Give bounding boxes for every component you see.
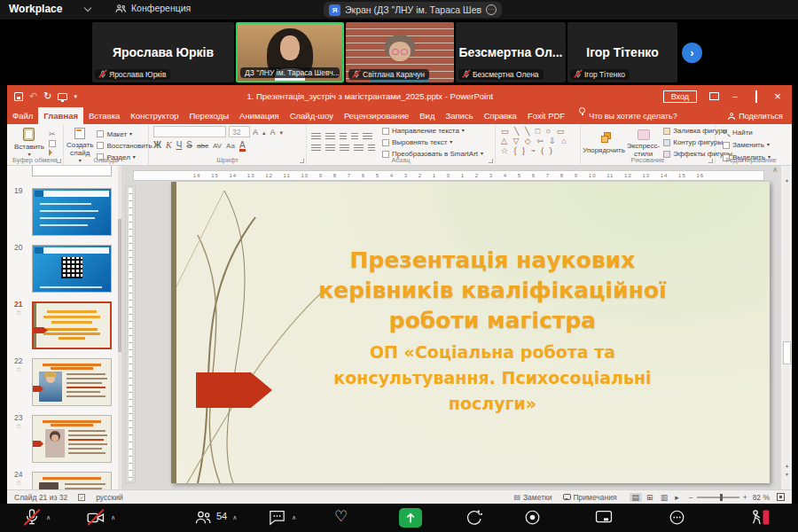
record-button[interactable] xyxy=(523,508,542,527)
video-tile-yaroslava[interactable]: Ярослава Юрків Ярослава Юрків xyxy=(92,22,234,82)
zoom-slider-thumb[interactable] xyxy=(720,494,723,501)
increase-indent-icon[interactable] xyxy=(351,133,358,141)
share-button[interactable]: Поделиться xyxy=(728,107,792,124)
text-direction-button[interactable]: Направление текста▾ xyxy=(382,126,483,136)
dialog-launcher-icon[interactable] xyxy=(300,159,304,163)
zoom-in-button[interactable]: + xyxy=(743,493,747,502)
restore-button[interactable] xyxy=(746,91,767,102)
tab-screen-share[interactable]: Я Экран (ДЗ "ЛНУ ім. Тараса Шев ⋯ xyxy=(324,2,502,18)
align-right-icon[interactable] xyxy=(340,145,349,153)
tab-slideshow[interactable]: Слайд-шоу xyxy=(285,107,339,124)
participants-button[interactable]: 54 ∧ xyxy=(193,508,237,528)
line-spacing-icon[interactable] xyxy=(363,133,372,141)
justify-icon[interactable] xyxy=(354,145,364,153)
slide-subtitle-line[interactable]: послуги» xyxy=(242,391,743,417)
workspace-label[interactable]: Workplace xyxy=(9,3,62,15)
tab-conference[interactable]: Конференция xyxy=(115,3,191,13)
shapes-gallery[interactable]: ▭ ╲ ╲ □ ○ ▭ △ ▽ ◇ ⇦ ⇩ ⌂ ☆ { } ~ ( ) xyxy=(496,124,581,165)
reactions-button[interactable]: ♡ xyxy=(334,508,348,526)
video-tile-ihor[interactable]: Ігор Тітенко Ігор Тітенко xyxy=(567,22,677,82)
arrange-button[interactable]: Упорядочить xyxy=(584,130,623,154)
slide-title-line[interactable]: Презентація наукових xyxy=(242,246,743,276)
save-icon[interactable] xyxy=(14,92,23,101)
slide-canvas[interactable]: Презентація наукових керівників кваліфік… xyxy=(171,182,770,483)
grow-font-button[interactable]: А xyxy=(253,128,258,137)
thumbnail-slide-22[interactable] xyxy=(32,358,112,406)
thumbnail-slide-19[interactable] xyxy=(32,188,112,236)
italic-button[interactable]: К xyxy=(166,140,172,150)
dialog-launcher-icon[interactable] xyxy=(708,159,713,163)
tab-design[interactable]: Конструктор xyxy=(125,107,184,124)
slide-text-block[interactable]: Презентація наукових керівників кваліфік… xyxy=(242,246,743,417)
cut-icon[interactable]: ✂ xyxy=(49,129,56,138)
slideshow-view-button[interactable]: ▸ xyxy=(672,493,682,502)
video-tile-bezsmertna[interactable]: Безсмертна Ол... Безсмертна Олена xyxy=(456,22,566,82)
more-button[interactable] xyxy=(668,508,686,527)
bold-button[interactable]: Ж xyxy=(153,140,161,150)
ribbon-display-options-icon[interactable] xyxy=(709,92,719,100)
find-button[interactable]: Найти xyxy=(723,128,786,137)
collapse-ribbon-icon[interactable]: ∧ xyxy=(772,166,778,174)
normal-view-button[interactable]: ▤ xyxy=(630,493,643,502)
bullets-icon[interactable] xyxy=(311,133,321,141)
chevron-up-icon[interactable]: ∧ xyxy=(46,514,51,521)
leave-button[interactable] xyxy=(749,508,772,528)
tab-view[interactable]: Вид xyxy=(414,107,440,124)
dialog-launcher-icon[interactable] xyxy=(489,159,493,163)
slide-subtitle-line[interactable]: ОП «Соціальна робота та xyxy=(242,340,743,365)
comments-button[interactable]: Примечания xyxy=(563,493,617,502)
tab-animations[interactable]: Анимация xyxy=(234,107,285,124)
chevron-up-icon[interactable]: ∧ xyxy=(232,514,237,521)
columns-icon[interactable] xyxy=(368,145,375,153)
font-color-button[interactable]: А xyxy=(239,141,246,152)
zoom-slider[interactable] xyxy=(697,497,739,498)
slide-title-line[interactable]: роботи магістра xyxy=(242,306,743,336)
tab-insert[interactable]: Вставка xyxy=(83,107,125,124)
fit-slide-to-window-icon[interactable] xyxy=(777,493,785,501)
slide-sorter-view-button[interactable]: ⊞ xyxy=(644,493,656,502)
chat-button[interactable]: ∧ xyxy=(268,508,296,527)
slideshow-icon[interactable] xyxy=(58,93,67,100)
minimize-button[interactable]: − xyxy=(724,91,746,102)
tab-record[interactable]: Запись xyxy=(440,107,478,124)
notes-button[interactable]: ▤ Заметки xyxy=(513,493,552,502)
align-center-icon[interactable] xyxy=(325,145,335,153)
thumbnail-slide-21-selected[interactable] xyxy=(32,301,112,349)
video-button[interactable]: ∧ xyxy=(86,508,115,528)
replace-button[interactable]: Заменить▾ xyxy=(723,140,786,150)
video-tile-active-speaker[interactable]: ДЗ "ЛНУ ім. Тараса Шевч... xyxy=(236,22,344,82)
close-button[interactable]: × xyxy=(767,90,788,103)
thumbnail-slide-18-partial[interactable] xyxy=(32,166,112,176)
accessibility-icon[interactable]: ✓ xyxy=(78,494,85,501)
quick-styles-button[interactable]: Экспресс-стили xyxy=(627,128,660,158)
strikethrough-button[interactable]: S xyxy=(186,140,192,150)
mute-button[interactable]: ∧ xyxy=(23,508,51,528)
tab-transitions[interactable]: Переходы xyxy=(184,107,234,124)
numbering-icon[interactable] xyxy=(325,133,335,141)
whiteboard-button[interactable] xyxy=(594,508,614,527)
apps-button[interactable] xyxy=(465,508,483,527)
change-case-button[interactable]: Аа xyxy=(226,142,235,150)
align-left-icon[interactable] xyxy=(311,145,321,153)
shrink-font-button[interactable]: А xyxy=(270,128,276,137)
copy-icon[interactable] xyxy=(49,140,56,147)
share-screen-button[interactable] xyxy=(399,508,422,528)
previous-slide-button[interactable]: ▴ xyxy=(781,462,793,468)
thumbnail-slide-24[interactable] xyxy=(32,472,112,489)
chevron-up-icon[interactable]: ∧ xyxy=(292,514,296,521)
reading-view-button[interactable]: ▥ xyxy=(658,493,671,502)
zoom-out-button[interactable]: − xyxy=(689,493,693,502)
decrease-indent-icon[interactable] xyxy=(340,133,347,141)
chevron-down-icon[interactable] xyxy=(84,4,91,12)
strike-abc-button[interactable]: abc xyxy=(197,142,208,150)
tab-file[interactable]: Файл xyxy=(7,107,38,124)
reset-button[interactable]: Восстановить xyxy=(97,141,152,151)
tab-review[interactable]: Рецензирование xyxy=(339,107,414,124)
language-indicator[interactable]: русский xyxy=(96,493,123,502)
more-icon[interactable]: ⋯ xyxy=(486,4,497,15)
tab-help[interactable]: Справка xyxy=(479,107,522,124)
slide-title-line[interactable]: керівників кваліфікаційної xyxy=(242,276,743,306)
slide-subtitle-line[interactable]: консультування. Психосоціальні xyxy=(242,365,743,391)
thumbnail-slide-23[interactable] xyxy=(32,415,112,463)
scrollbar-thumb[interactable] xyxy=(783,341,791,364)
